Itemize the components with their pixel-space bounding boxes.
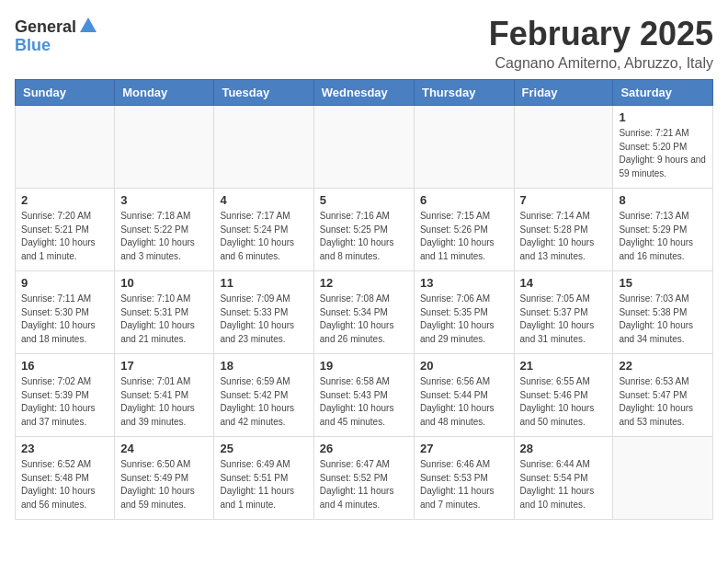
title-area: February 2025 Cagnano Amiterno, Abruzzo,… bbox=[489, 15, 713, 72]
day-cell: 16Sunrise: 7:02 AM Sunset: 5:39 PM Dayli… bbox=[16, 354, 115, 437]
day-number: 23 bbox=[21, 442, 108, 455]
day-info: Sunrise: 7:17 AM Sunset: 5:24 PM Dayligh… bbox=[220, 210, 307, 263]
day-info: Sunrise: 7:11 AM Sunset: 5:30 PM Dayligh… bbox=[21, 293, 108, 346]
day-number: 8 bbox=[619, 193, 707, 207]
day-info: Sunrise: 7:18 AM Sunset: 5:22 PM Dayligh… bbox=[120, 210, 208, 263]
day-cell: 25Sunrise: 6:49 AM Sunset: 5:51 PM Dayli… bbox=[214, 437, 313, 520]
day-info: Sunrise: 7:14 AM Sunset: 5:28 PM Dayligh… bbox=[520, 210, 608, 263]
day-number: 27 bbox=[420, 442, 508, 455]
day-number: 3 bbox=[120, 193, 208, 207]
week-row-2: 9Sunrise: 7:11 AM Sunset: 5:30 PM Daylig… bbox=[16, 271, 713, 354]
day-cell: 24Sunrise: 6:50 AM Sunset: 5:49 PM Dayli… bbox=[115, 437, 214, 520]
day-number: 21 bbox=[520, 359, 608, 373]
day-cell: 13Sunrise: 7:06 AM Sunset: 5:35 PM Dayli… bbox=[414, 271, 514, 354]
day-cell: 7Sunrise: 7:14 AM Sunset: 5:28 PM Daylig… bbox=[514, 189, 613, 271]
day-number: 16 bbox=[21, 359, 108, 373]
weekday-header-friday: Friday bbox=[514, 80, 613, 106]
day-info: Sunrise: 7:10 AM Sunset: 5:31 PM Dayligh… bbox=[120, 293, 208, 346]
day-info: Sunrise: 6:56 AM Sunset: 5:44 PM Dayligh… bbox=[420, 375, 508, 429]
day-number: 22 bbox=[619, 359, 707, 373]
day-info: Sunrise: 6:53 AM Sunset: 5:47 PM Dayligh… bbox=[619, 375, 707, 429]
day-number: 15 bbox=[619, 276, 707, 290]
day-info: Sunrise: 6:58 AM Sunset: 5:43 PM Dayligh… bbox=[320, 375, 408, 429]
day-info: Sunrise: 7:09 AM Sunset: 5:33 PM Dayligh… bbox=[220, 293, 307, 346]
day-info: Sunrise: 6:52 AM Sunset: 5:48 PM Dayligh… bbox=[21, 458, 108, 511]
day-number: 18 bbox=[220, 359, 307, 373]
day-cell: 10Sunrise: 7:10 AM Sunset: 5:31 PM Dayli… bbox=[115, 271, 214, 354]
calendar: SundayMondayTuesdayWednesdayThursdayFrid… bbox=[15, 79, 713, 520]
day-cell bbox=[214, 106, 313, 189]
day-info: Sunrise: 7:05 AM Sunset: 5:37 PM Dayligh… bbox=[520, 293, 608, 346]
day-info: Sunrise: 7:21 AM Sunset: 5:20 PM Dayligh… bbox=[619, 127, 707, 180]
day-number: 7 bbox=[520, 193, 608, 207]
day-info: Sunrise: 6:44 AM Sunset: 5:54 PM Dayligh… bbox=[520, 458, 608, 511]
day-info: Sunrise: 7:15 AM Sunset: 5:26 PM Dayligh… bbox=[420, 210, 508, 263]
logo-icon bbox=[78, 16, 98, 36]
day-info: Sunrise: 7:08 AM Sunset: 5:34 PM Dayligh… bbox=[320, 293, 408, 346]
week-row-1: 2Sunrise: 7:20 AM Sunset: 5:21 PM Daylig… bbox=[16, 189, 713, 271]
weekday-header-wednesday: Wednesday bbox=[313, 80, 414, 106]
day-number: 10 bbox=[120, 276, 208, 290]
day-info: Sunrise: 6:49 AM Sunset: 5:51 PM Dayligh… bbox=[220, 458, 307, 511]
day-info: Sunrise: 7:20 AM Sunset: 5:21 PM Dayligh… bbox=[21, 210, 108, 263]
day-number: 1 bbox=[619, 110, 707, 124]
month-title: February 2025 bbox=[489, 15, 713, 53]
day-cell: 22Sunrise: 6:53 AM Sunset: 5:47 PM Dayli… bbox=[613, 354, 713, 437]
location-title: Cagnano Amiterno, Abruzzo, Italy bbox=[489, 55, 713, 72]
day-cell: 28Sunrise: 6:44 AM Sunset: 5:54 PM Dayli… bbox=[514, 437, 613, 520]
day-number: 28 bbox=[520, 442, 608, 455]
day-cell bbox=[613, 437, 713, 520]
day-number: 25 bbox=[220, 442, 307, 455]
week-row-0: 1Sunrise: 7:21 AM Sunset: 5:20 PM Daylig… bbox=[16, 106, 713, 189]
day-info: Sunrise: 7:13 AM Sunset: 5:29 PM Dayligh… bbox=[619, 210, 707, 263]
day-info: Sunrise: 7:06 AM Sunset: 5:35 PM Dayligh… bbox=[420, 293, 508, 346]
day-number: 5 bbox=[320, 193, 408, 207]
day-cell: 11Sunrise: 7:09 AM Sunset: 5:33 PM Dayli… bbox=[214, 271, 313, 354]
header: General Blue February 2025 Cagnano Amite… bbox=[15, 15, 713, 72]
day-info: Sunrise: 7:03 AM Sunset: 5:38 PM Dayligh… bbox=[619, 293, 707, 346]
day-number: 26 bbox=[320, 442, 408, 455]
weekday-header-thursday: Thursday bbox=[414, 80, 514, 106]
weekday-header-sunday: Sunday bbox=[16, 80, 115, 106]
day-number: 17 bbox=[120, 359, 208, 373]
day-cell: 3Sunrise: 7:18 AM Sunset: 5:22 PM Daylig… bbox=[115, 189, 214, 271]
day-info: Sunrise: 6:47 AM Sunset: 5:52 PM Dayligh… bbox=[320, 458, 408, 511]
day-cell bbox=[414, 106, 514, 189]
day-number: 13 bbox=[420, 276, 508, 290]
day-cell: 21Sunrise: 6:55 AM Sunset: 5:46 PM Dayli… bbox=[514, 354, 613, 437]
day-number: 20 bbox=[420, 359, 508, 373]
day-cell: 18Sunrise: 6:59 AM Sunset: 5:42 PM Dayli… bbox=[214, 354, 313, 437]
week-row-4: 23Sunrise: 6:52 AM Sunset: 5:48 PM Dayli… bbox=[16, 437, 713, 520]
day-cell: 9Sunrise: 7:11 AM Sunset: 5:30 PM Daylig… bbox=[16, 271, 115, 354]
logo: General Blue bbox=[15, 18, 98, 55]
svg-marker-0 bbox=[80, 17, 97, 32]
day-cell bbox=[514, 106, 613, 189]
day-number: 14 bbox=[520, 276, 608, 290]
day-info: Sunrise: 7:01 AM Sunset: 5:41 PM Dayligh… bbox=[120, 375, 208, 429]
day-cell: 26Sunrise: 6:47 AM Sunset: 5:52 PM Dayli… bbox=[313, 437, 414, 520]
day-cell: 12Sunrise: 7:08 AM Sunset: 5:34 PM Dayli… bbox=[313, 271, 414, 354]
day-cell: 2Sunrise: 7:20 AM Sunset: 5:21 PM Daylig… bbox=[16, 189, 115, 271]
weekday-header-monday: Monday bbox=[115, 80, 214, 106]
day-cell: 19Sunrise: 6:58 AM Sunset: 5:43 PM Dayli… bbox=[313, 354, 414, 437]
day-number: 9 bbox=[21, 276, 108, 290]
day-cell bbox=[16, 106, 115, 189]
day-info: Sunrise: 7:02 AM Sunset: 5:39 PM Dayligh… bbox=[21, 375, 108, 429]
logo-blue-text: Blue bbox=[15, 37, 98, 55]
week-row-3: 16Sunrise: 7:02 AM Sunset: 5:39 PM Dayli… bbox=[16, 354, 713, 437]
day-cell bbox=[115, 106, 214, 189]
day-info: Sunrise: 6:55 AM Sunset: 5:46 PM Dayligh… bbox=[520, 375, 608, 429]
day-info: Sunrise: 7:16 AM Sunset: 5:25 PM Dayligh… bbox=[320, 210, 408, 263]
day-number: 19 bbox=[320, 359, 408, 373]
day-cell: 6Sunrise: 7:15 AM Sunset: 5:26 PM Daylig… bbox=[414, 189, 514, 271]
weekday-header-tuesday: Tuesday bbox=[214, 80, 313, 106]
day-cell: 20Sunrise: 6:56 AM Sunset: 5:44 PM Dayli… bbox=[414, 354, 514, 437]
day-number: 11 bbox=[220, 276, 307, 290]
day-cell: 14Sunrise: 7:05 AM Sunset: 5:37 PM Dayli… bbox=[514, 271, 613, 354]
day-cell: 23Sunrise: 6:52 AM Sunset: 5:48 PM Dayli… bbox=[16, 437, 115, 520]
day-number: 12 bbox=[320, 276, 408, 290]
day-cell: 15Sunrise: 7:03 AM Sunset: 5:38 PM Dayli… bbox=[613, 271, 713, 354]
day-info: Sunrise: 6:59 AM Sunset: 5:42 PM Dayligh… bbox=[220, 375, 307, 429]
day-number: 2 bbox=[21, 193, 108, 207]
day-cell: 17Sunrise: 7:01 AM Sunset: 5:41 PM Dayli… bbox=[115, 354, 214, 437]
